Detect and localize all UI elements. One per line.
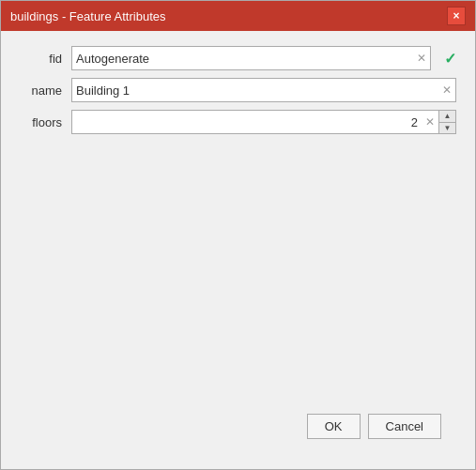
floors-input-box: 2 ✕ [71, 110, 439, 134]
floors-value: 2 [411, 115, 418, 129]
cancel-button[interactable]: Cancel [368, 414, 441, 439]
ok-button[interactable]: OK [307, 414, 361, 439]
fid-input-wrapper: ✕ [71, 46, 431, 70]
floors-input[interactable] [76, 115, 411, 129]
fid-input[interactable] [76, 52, 413, 66]
close-button[interactable]: × [447, 7, 466, 25]
button-row: OK Cancel [20, 404, 456, 454]
floors-spin-down[interactable]: ▼ [439, 123, 455, 134]
name-row: name ✕ [20, 78, 456, 102]
name-label: name [20, 83, 62, 98]
dialog-body: fid ✕ ✓ name ✕ floors [1, 31, 475, 469]
title-bar: buildings - Feature Attributes × [1, 1, 475, 31]
fid-row: fid ✕ ✓ [20, 46, 456, 70]
body-spacer [20, 134, 456, 404]
fid-clear-icon[interactable]: ✕ [417, 52, 426, 65]
name-input[interactable] [76, 83, 438, 98]
name-input-wrapper: ✕ [71, 78, 456, 102]
dialog-title: buildings - Feature Attributes [10, 9, 165, 23]
feature-attributes-dialog: buildings - Feature Attributes × fid ✕ ✓… [0, 0, 476, 470]
floors-wrapper: 2 ✕ ▲ ▼ [71, 110, 456, 134]
floors-label: floors [20, 115, 62, 129]
floors-spinner: ▲ ▼ [439, 110, 456, 134]
form-area: fid ✕ ✓ name ✕ floors [20, 46, 456, 134]
fid-label: fid [20, 52, 62, 66]
fid-check-icon: ✓ [444, 50, 456, 68]
name-clear-icon[interactable]: ✕ [442, 83, 452, 97]
floors-clear-icon[interactable]: ✕ [425, 115, 435, 129]
floors-row: floors 2 ✕ ▲ ▼ [20, 110, 456, 134]
floors-spin-up[interactable]: ▲ [439, 111, 455, 123]
